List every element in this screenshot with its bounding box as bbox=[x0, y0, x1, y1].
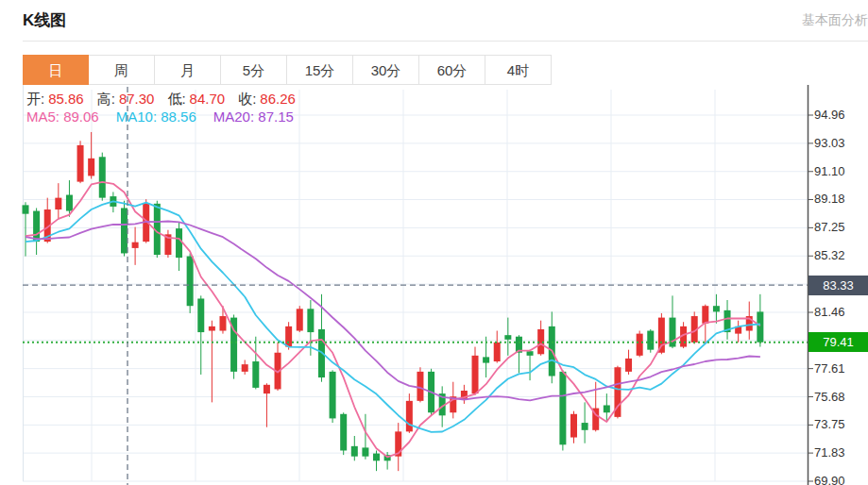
candle-body bbox=[121, 208, 128, 253]
last-price-badge: 79.41 bbox=[808, 332, 868, 352]
candle-body bbox=[285, 326, 292, 347]
candle-body bbox=[132, 242, 139, 248]
ma-legend-item: MA10: 88.56 bbox=[116, 109, 196, 125]
candle-body bbox=[252, 361, 259, 388]
candle-body bbox=[33, 211, 40, 242]
candle-body bbox=[637, 334, 643, 356]
candle-body bbox=[351, 446, 358, 457]
candle-body bbox=[66, 195, 73, 211]
ma-legend-item: MA5: 89.06 bbox=[26, 109, 99, 125]
candle-body bbox=[197, 298, 204, 332]
y-tick-label: 77.61 bbox=[814, 361, 845, 376]
candle-body bbox=[330, 372, 336, 419]
ohlc-value: 86.26 bbox=[260, 91, 296, 107]
ohlc-label: 开: bbox=[26, 91, 44, 107]
candle-body bbox=[504, 335, 511, 340]
y-tick-label: 69.90 bbox=[814, 474, 845, 485]
ohlc-value: 87.30 bbox=[119, 91, 155, 107]
crosshair-price-badge: 83.33 bbox=[808, 276, 868, 295]
y-tick-label: 93.03 bbox=[814, 136, 845, 150]
candle-body bbox=[559, 372, 566, 444]
ohlc-label: 高: bbox=[97, 91, 115, 107]
ohlc-label: 低: bbox=[167, 91, 185, 107]
candle-body bbox=[264, 385, 270, 393]
ohlc-value: 84.70 bbox=[190, 91, 226, 107]
y-tick-label: 91.10 bbox=[814, 164, 845, 178]
ma-readout: MA5: 89.06MA10: 88.56MA20: 87.15 bbox=[26, 109, 311, 125]
ma20-line bbox=[26, 222, 760, 401]
candlestick-chart-canvas[interactable] bbox=[0, 0, 868, 485]
candle-body bbox=[472, 356, 479, 393]
candle-body bbox=[494, 343, 501, 361]
y-tick-label: 81.46 bbox=[814, 305, 845, 319]
candle-body bbox=[307, 309, 314, 332]
y-tick-label: 87.25 bbox=[814, 220, 845, 234]
candle-body bbox=[527, 351, 534, 356]
candle-body bbox=[99, 157, 106, 197]
candle-body bbox=[242, 364, 248, 372]
ma10-line bbox=[26, 201, 760, 431]
candle-body bbox=[340, 414, 347, 451]
y-tick-label: 89.18 bbox=[814, 192, 845, 206]
ohlc-value: 85.86 bbox=[48, 91, 84, 107]
y-tick-label: 85.32 bbox=[814, 248, 845, 262]
ohlc-readout: 开:85.86高:87.30低:84.70收:86.26 bbox=[26, 91, 309, 109]
candle-body bbox=[570, 414, 577, 438]
y-tick-label: 94.96 bbox=[814, 108, 845, 122]
candle-body bbox=[187, 257, 194, 307]
candle-body bbox=[702, 306, 708, 324]
candle-body bbox=[658, 318, 665, 353]
candle-body bbox=[483, 357, 489, 362]
candle-body bbox=[713, 306, 720, 311]
ma-legend-item: MA20: 87.15 bbox=[213, 109, 294, 125]
y-tick-label: 75.68 bbox=[814, 390, 845, 404]
candle-body bbox=[209, 326, 215, 331]
candle-body bbox=[373, 454, 380, 461]
candle-body bbox=[757, 311, 763, 342]
candle-body bbox=[55, 198, 61, 209]
candle-body bbox=[417, 372, 423, 401]
candle-body bbox=[23, 205, 29, 213]
candle-body bbox=[362, 447, 368, 456]
candle-body bbox=[176, 228, 182, 258]
candle-body bbox=[297, 309, 303, 330]
ohlc-label: 收: bbox=[238, 91, 256, 107]
candle-body bbox=[88, 159, 94, 176]
candle-body bbox=[582, 423, 588, 430]
y-tick-label: 71.83 bbox=[814, 445, 845, 460]
y-tick-label: 73.75 bbox=[814, 417, 845, 431]
candle-body bbox=[604, 405, 610, 412]
kline-chart-app: K线图 基本面分析 日周月5分15分30分60分4时 开:85.86高:87.3… bbox=[0, 0, 868, 485]
candle-body bbox=[406, 401, 413, 432]
candle-body bbox=[647, 331, 654, 350]
candle-body bbox=[77, 145, 84, 182]
candle-body bbox=[625, 359, 632, 372]
candle-body bbox=[219, 316, 226, 330]
